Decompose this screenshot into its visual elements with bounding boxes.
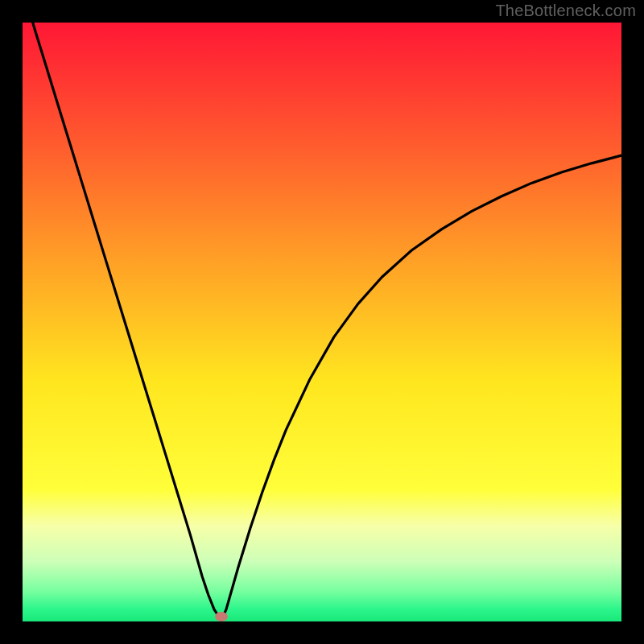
attribution-text: TheBottleneck.com: [495, 2, 636, 20]
chart-stage: TheBottleneck.com: [0, 0, 644, 644]
optimal-point-marker: [215, 612, 228, 621]
plot-area: [23, 23, 621, 621]
curve-layer: [23, 23, 621, 621]
bottleneck-curve: [23, 23, 621, 621]
